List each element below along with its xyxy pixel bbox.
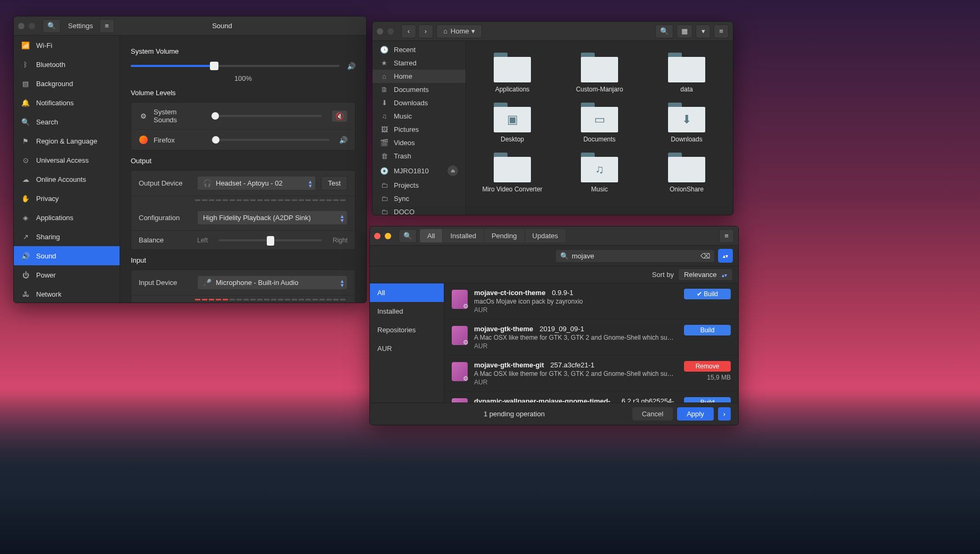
package-description: A Mac OSX like theme for GTK 3, GTK 2 an… [474, 370, 677, 377]
app-name: Firefox [154, 136, 201, 144]
configuration-label: Configuration [139, 214, 192, 222]
hamburger-button[interactable]: ≡ [714, 24, 729, 38]
details-toggle-button[interactable]: › [718, 407, 731, 421]
files-sidebar-sync[interactable]: 🗀Sync [373, 192, 466, 205]
files-sidebar-documents[interactable]: 🗎Documents [373, 83, 466, 96]
folder-downloads[interactable]: ⬇Downloads [646, 100, 728, 145]
wifi-icon: 📶 [21, 41, 30, 49]
search-options-button[interactable]: ▴▾ [718, 249, 733, 263]
system-volume-slider[interactable]: 🔊 [131, 61, 356, 71]
trash-icon: 🗑 [380, 152, 388, 160]
sidebar-item-network[interactable]: 🖧Network [14, 284, 120, 303]
files-sidebar-recent[interactable]: 🕓Recent [373, 43, 466, 56]
nav-forward-button[interactable]: › [418, 24, 433, 38]
package-info: dynamic-wallpaper-mojave-gnome-timed-git… [474, 397, 677, 402]
app-volume-slider[interactable] [211, 115, 322, 117]
files-sidebar-downloads[interactable]: ⬇Downloads [373, 96, 466, 110]
folder-music[interactable]: ♫Music [559, 150, 640, 195]
pkg-filter-list: AllInstalledRepositoriesAUR [370, 283, 444, 402]
folder-onionshare[interactable]: OnionShare [646, 150, 728, 195]
files-sidebar-home[interactable]: ⌂Home [373, 70, 466, 83]
search-button[interactable]: 🔍 [655, 24, 673, 38]
output-device-select[interactable]: 🎧 Headset - Aptoyu - 02 ▴▾ [197, 176, 316, 190]
app-volume-slider[interactable] [211, 139, 330, 141]
eject-button[interactable]: ⏏ [447, 165, 458, 176]
files-sidebar-videos[interactable]: 🎬Videos [373, 136, 466, 149]
pending-operations-label: 1 pending operation [377, 410, 628, 418]
mute-button[interactable]: 🔇 [332, 110, 348, 122]
sidebar-item-applications[interactable]: ◈Applications [14, 208, 120, 227]
package-row[interactable]: mojave-gtk-theme2019_09_09-1A Mac OSX li… [444, 320, 738, 356]
files-sidebar-trash[interactable]: 🗑Trash [373, 149, 466, 163]
close-button[interactable] [374, 233, 381, 239]
configuration-select[interactable]: High Fidelity Playback (A2DP Sink) ▴▾ [197, 211, 348, 225]
files-sidebar-doco[interactable]: 🗀DOCO [373, 205, 466, 215]
sidebar-item-universal-access[interactable]: ⊙Universal Access [14, 150, 120, 170]
files-sidebar-mjro1810[interactable]: 💿MJRO1810⏏ [373, 163, 466, 179]
filter-all[interactable]: All [370, 283, 444, 302]
nav-back-button[interactable]: ‹ [401, 24, 416, 38]
files-sidebar-label: Pictures [394, 125, 419, 133]
sidebar-item-notifications[interactable]: 🔔Notifications [14, 93, 120, 112]
filter-repositories[interactable]: Repositories [370, 321, 444, 339]
minimize-button[interactable] [387, 28, 394, 35]
folder-miro-video-converter[interactable]: Miro Video Converter [471, 150, 553, 195]
sidebar-item-sharing[interactable]: ↗Sharing [14, 227, 120, 246]
package-row[interactable]: dynamic-wallpaper-mojave-gnome-timed-git… [444, 392, 738, 402]
search-button[interactable]: 🔍 [43, 19, 61, 33]
view-menu-button[interactable]: ▾ [696, 24, 711, 38]
folder-documents[interactable]: ▭Documents [559, 100, 640, 145]
sidebar-item-background[interactable]: ▧Background [14, 74, 120, 93]
sidebar-item-privacy[interactable]: ✋Privacy [14, 189, 120, 208]
package-row[interactable]: mojave-gtk-theme-git257.a3cfe21-1A Mac O… [444, 356, 738, 392]
cancel-button[interactable]: Cancel [632, 407, 673, 421]
hamburger-button[interactable]: ≡ [99, 19, 114, 33]
sidebar-item-region-language[interactable]: ⚑Region & Language [14, 131, 120, 150]
minimize-button[interactable] [385, 233, 391, 239]
apply-button[interactable]: Apply [677, 407, 714, 421]
minimize-button[interactable] [29, 23, 35, 29]
search-input[interactable] [572, 252, 697, 260]
tab-all[interactable]: All [420, 229, 443, 242]
clear-search-icon[interactable]: ⌫ [700, 252, 710, 260]
sidebar-item-online-accounts[interactable]: ☁Online Accounts [14, 170, 120, 189]
view-button[interactable]: ▦ [677, 24, 692, 38]
test-button[interactable]: Test [321, 176, 348, 190]
folder-applications[interactable]: Applications [471, 51, 553, 95]
close-button[interactable] [18, 23, 24, 29]
sidebar-item-wi-fi[interactable]: 📶Wi-Fi [14, 36, 120, 55]
sidebar-item-power[interactable]: ⏻Power [14, 265, 120, 284]
files-sidebar-starred[interactable]: ★Starred [373, 56, 466, 70]
hamburger-button[interactable]: ≡ [719, 229, 734, 243]
package-source: AUR [474, 379, 677, 386]
files-sidebar-music[interactable]: ♫Music [373, 110, 466, 123]
package-row[interactable]: mojave-ct-icon-theme0.9.9-1macOs Mojave … [444, 283, 738, 320]
close-button[interactable] [377, 28, 383, 35]
tab-pending[interactable]: Pending [484, 229, 525, 242]
remove-button[interactable]: Remove [684, 361, 731, 372]
sidebar-item-label: Background [36, 80, 73, 88]
folder-data[interactable]: data [646, 51, 728, 95]
build-button[interactable]: Build [684, 325, 731, 335]
tab-installed[interactable]: Installed [443, 229, 484, 242]
folder-custom-manjaro[interactable]: Custom-Manjaro [559, 51, 640, 95]
files-sidebar-pictures[interactable]: 🖼Pictures [373, 123, 466, 136]
input-panel: Input Device 🎤 Microphone - Built-in Aud… [131, 270, 356, 303]
volume-levels-title: Volume Levels [131, 89, 356, 97]
files-sidebar-projects[interactable]: 🗀Projects [373, 179, 466, 192]
sidebar-item-bluetooth[interactable]: ᛒBluetooth [14, 55, 120, 74]
sidebar-item-sound[interactable]: 🔊Sound [14, 246, 120, 265]
sidebar-item-search[interactable]: 🔍Search [14, 112, 120, 131]
filter-installed[interactable]: Installed [370, 302, 444, 321]
build-button[interactable]: Build [684, 397, 731, 402]
build-button[interactable]: Build [684, 289, 731, 299]
speaker-icon: 🔊 [339, 136, 348, 144]
sort-select[interactable]: Relevance ▴▾ [678, 268, 733, 281]
tab-updates[interactable]: Updates [525, 229, 565, 242]
filter-aur[interactable]: AUR [370, 339, 444, 358]
location-button[interactable]: ⌂ Home ▾ [436, 24, 482, 38]
folder-desktop[interactable]: ▣Desktop [471, 100, 553, 145]
search-toggle-button[interactable]: 🔍 [399, 229, 417, 243]
input-device-select[interactable]: 🎤 Microphone - Built-in Audio ▴▾ [197, 275, 348, 290]
balance-slider[interactable] [218, 239, 322, 241]
